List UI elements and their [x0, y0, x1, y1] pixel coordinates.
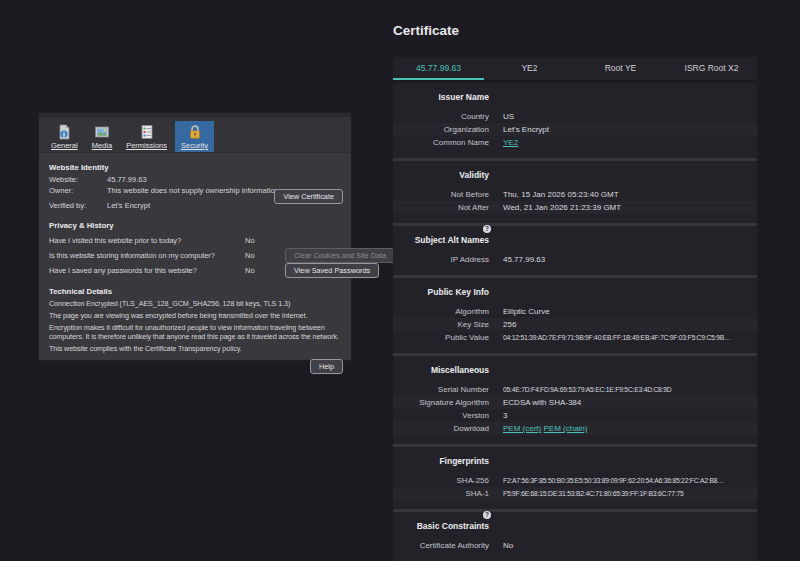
tab-label-general: General [51, 141, 78, 150]
cert-field-value: PEM (cert) PEM (chain) [503, 422, 757, 435]
cert-tab-root-ye[interactable]: Root YE [575, 57, 666, 80]
help-circle-icon[interactable]: ? [483, 225, 491, 233]
cert-section-title-wrap: Validity [459, 168, 489, 183]
privacy-button-slot: View Saved Passwords [285, 263, 379, 278]
tab-permissions[interactable]: Permissions [120, 121, 173, 152]
clear-cookies-and-site-data-button[interactable]: Clear Cookies and Site Data [285, 248, 395, 263]
cert-field-value: 45.77.99.63 [503, 253, 757, 266]
cert-section-subject-alt-names: Subject Alt Names?IP Address45.77.99.63 [393, 223, 757, 275]
view-certificate-button[interactable]: View Certificate [274, 189, 343, 204]
cert-section-title: Miscellaneous [431, 365, 489, 375]
tab-media[interactable]: Media [86, 121, 118, 152]
cert-section-issuer-name: Issuer NameCountryUSOrganizationLet's En… [393, 83, 757, 158]
cert-field-row: OrganizationLet's Encrypt [393, 123, 757, 136]
cert-field-row: SHA-256F2:A7:56:3F:85:50:B0:35:E5:50:33:… [393, 474, 757, 487]
cert-field-value: No [503, 539, 757, 552]
tab-label-media: Media [92, 141, 112, 150]
cert-field-label: Version [393, 409, 503, 422]
cert-tab-isrg-root-x2[interactable]: ISRG Root X2 [666, 57, 757, 80]
cert-section-header: Fingerprints [393, 454, 757, 469]
cert-field-label: Algorithm [393, 305, 503, 318]
cert-section-title: Public Key Info [428, 287, 489, 297]
cert-field-row: CountryUS [393, 110, 757, 123]
cert-value-text: Let's Encrypt [503, 125, 549, 134]
cert-value-text: US [503, 112, 514, 121]
cert-value-text: Thu, 15 Jan 2026 05:23:40 GMT [503, 190, 619, 199]
cert-field-value: 3 [503, 409, 757, 422]
website-identity-heading: Website Identity [49, 163, 343, 172]
cert-field-label: Certificate Authority [393, 539, 503, 552]
cert-field-label: Not After [393, 201, 503, 214]
cert-field-row: Version3 [393, 409, 757, 422]
cert-value-link[interactable]: PEM (cert) [503, 424, 541, 433]
cert-section-header-spacer [503, 454, 757, 469]
certificate-title: Certificate [393, 23, 459, 38]
cert-value-text: Wed, 21 Jan 2026 21:23:39 GMT [503, 203, 621, 212]
cert-value-text: 05:4E:7D:F4:FD:9A:69:53:79:A5:EC:1E:F9:5… [503, 386, 671, 393]
cert-section-header: Validity [393, 168, 757, 183]
media-icon [94, 124, 110, 140]
cert-value-text: No [503, 541, 513, 550]
help-circle-icon[interactable]: ? [483, 511, 491, 519]
privacy-row: Have I visited this website prior to tod… [49, 233, 343, 248]
cert-field-label: Not Before [393, 188, 503, 201]
cert-section-title-wrap: Public Key Info [428, 285, 489, 300]
privacy-history-rows: Have I visited this website prior to tod… [49, 233, 343, 278]
cert-value-text: ECDSA with SHA-384 [503, 398, 581, 407]
cert-section-header-spacer [503, 233, 757, 248]
cert-value-text: 256 [503, 320, 516, 329]
certificate-chain-tab-bar: 45.77.99.63YE2Root YEISRG Root X2 [393, 57, 757, 80]
tab-label-security: Security [181, 141, 208, 150]
cert-field-row: Signature AlgorithmECDSA with SHA-384 [393, 396, 757, 409]
cert-field-label: Organization [393, 123, 503, 136]
cert-field-label: Signature Algorithm [393, 396, 503, 409]
cert-field-value: Thu, 15 Jan 2026 05:23:40 GMT [503, 188, 757, 201]
cert-section-title: Subject Alt Names [415, 235, 489, 245]
technical-details-line: This website complies with the Certifica… [49, 344, 343, 354]
cert-value-link[interactable]: PEM (chain) [543, 424, 587, 433]
cert-section-title-cell: Issuer Name [393, 90, 503, 105]
cert-section-header: Miscellaneous [393, 363, 757, 378]
cert-section-header: Basic Constraints? [393, 519, 757, 534]
cert-field-row: Certificate AuthorityNo [393, 539, 757, 552]
lock-icon [187, 124, 203, 140]
cert-section-validity: ValidityNot BeforeThu, 15 Jan 2026 05:23… [393, 158, 757, 223]
cert-tab-45-77-99-63[interactable]: 45.77.99.63 [393, 57, 484, 80]
cert-field-value: ECDSA with SHA-384 [503, 396, 757, 409]
cert-field-value: F2:A7:56:3F:85:50:B0:35:E5:50:33:89:09:9… [503, 474, 757, 487]
document-icon [56, 124, 72, 140]
cert-section-header-spacer [503, 168, 757, 183]
cert-section-header-spacer [503, 90, 757, 105]
cert-section-title-wrap: Issuer Name [438, 90, 489, 105]
privacy-button-slot: Clear Cookies and Site Data [285, 248, 395, 263]
page-info-tab-bar: GeneralMediaPermissionsSecurity [39, 113, 351, 153]
technical-details-line: The page you are viewing was encrypted b… [49, 311, 343, 321]
cert-value-link[interactable]: YE2 [503, 138, 518, 147]
privacy-question: Have I visited this website prior to tod… [49, 236, 245, 245]
cert-field-value: 05:4E:7D:F4:FD:9A:69:53:79:A5:EC:1E:F9:5… [503, 383, 757, 396]
cert-value-text: 45.77.99.63 [503, 255, 545, 264]
cert-field-row: Not BeforeThu, 15 Jan 2026 05:23:40 GMT [393, 188, 757, 201]
tab-security[interactable]: Security [175, 121, 214, 152]
cert-section-title-cell: Miscellaneous [393, 363, 503, 378]
help-button[interactable]: Help [310, 359, 343, 374]
security-tab-content: Website Identity Website:45.77.99.63Owne… [39, 153, 351, 374]
cert-field-value: YE2 [503, 136, 757, 149]
technical-details-line: Encryption makes it difficult for unauth… [49, 323, 343, 342]
cert-tab-ye2[interactable]: YE2 [484, 57, 575, 80]
cert-section-title-wrap: Basic Constraints? [417, 519, 489, 534]
cert-field-value: 256 [503, 318, 757, 331]
cert-section-header: Public Key Info [393, 285, 757, 300]
cert-field-row: Public Value04:12:51:39:AD:7E:F9:71:9B:9… [393, 331, 757, 344]
cert-section-title-cell: Public Key Info [393, 285, 503, 300]
tab-general[interactable]: General [45, 121, 84, 152]
view-saved-passwords-button[interactable]: View Saved Passwords [285, 263, 379, 278]
cert-field-row: SHA-1F5:9F:6E:68:15:DE:31:53:B2:4C:71:80… [393, 487, 757, 500]
cert-field-value: 04:12:51:39:AD:7E:F9:71:9B:9F:40:EB:FF:1… [503, 331, 757, 344]
cert-section-title-cell: Validity [393, 168, 503, 183]
privacy-row: Have I saved any passwords for this webs… [49, 263, 343, 278]
cert-field-label: Serial Number [393, 383, 503, 396]
cert-section-title: Fingerprints [439, 456, 489, 466]
cert-field-value: Elliptic Curve [503, 305, 757, 318]
page-info-dialog: GeneralMediaPermissionsSecurity Website … [38, 112, 352, 361]
